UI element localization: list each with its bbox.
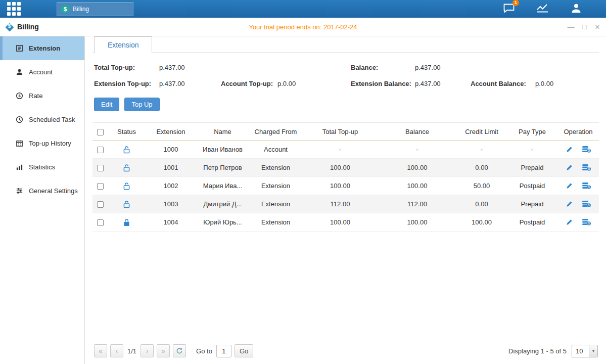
cell-name: Юрий Юрь... (196, 213, 249, 232)
billing-app-window: $ Billing 1 (0, 0, 606, 364)
sidebar-nav: Extension Account $ Rate Scheduled Task (0, 36, 85, 364)
trial-notice: Your trial period ends on: 2017-02-24 (0, 23, 606, 31)
sidebar-item-rate[interactable]: $ Rate (0, 84, 84, 108)
sidebar-item-account[interactable]: Account (0, 60, 84, 84)
cell-charged-from: Extension (249, 177, 302, 195)
cell-balance: 100.00 (378, 177, 456, 195)
notifications-button[interactable]: 1 (503, 3, 515, 15)
statistics-chart-button[interactable] (536, 3, 549, 15)
svg-text:$: $ (588, 167, 590, 170)
extension-balance-value: p.437.00 (415, 80, 471, 87)
window-app-name: Billing (17, 23, 39, 31)
top-up-icon[interactable]: $ (582, 218, 591, 226)
edit-icon[interactable] (566, 164, 573, 171)
last-page-button[interactable]: » (157, 344, 170, 357)
svg-text:$: $ (588, 185, 590, 189)
page-size-select[interactable]: 10 ▾ (572, 345, 598, 357)
maximize-icon[interactable]: □ (583, 23, 587, 30)
go-button[interactable]: Go (235, 344, 253, 357)
cell-credit-limit: 0.00 (456, 159, 507, 177)
col-charged-from: Charged From (249, 123, 302, 141)
sidebar-item-general-settings[interactable]: General Settings (0, 179, 84, 203)
table-row: 1000 Иван Иванов Account - - - - $ (92, 141, 599, 159)
sidebar-item-label: Account (29, 68, 53, 76)
cell-balance: 100.00 (378, 159, 456, 177)
select-all-checkbox[interactable] (97, 129, 104, 135)
line-chart-icon (536, 3, 549, 15)
top-up-icon[interactable]: $ (582, 146, 591, 153)
topbar-billing-tab-label: Billing (73, 6, 89, 13)
sidebar-item-topup-history[interactable]: Top-up History (0, 131, 84, 155)
sidebar-item-statistics[interactable]: Statistics (0, 155, 84, 179)
total-topup-label: Total Top-up: (94, 64, 159, 71)
clock-icon (15, 116, 23, 123)
refresh-icon (176, 347, 183, 354)
cell-extension: 1002 (146, 177, 196, 195)
user-account-button[interactable] (571, 3, 582, 15)
row-checkbox[interactable] (97, 165, 104, 171)
cell-name: Мария Ива... (196, 177, 249, 195)
prev-page-button[interactable]: ‹ (110, 344, 123, 357)
row-checkbox[interactable] (97, 183, 104, 190)
close-icon[interactable]: × (595, 23, 600, 31)
topbar-billing-tab[interactable]: $ Billing (57, 2, 133, 16)
next-page-button[interactable]: › (141, 344, 154, 357)
edit-icon[interactable] (566, 200, 573, 208)
row-checkbox[interactable] (97, 201, 104, 208)
cell-balance: 100.00 (378, 213, 456, 232)
svg-text:$: $ (588, 203, 590, 207)
cell-credit-limit: 0.00 (456, 195, 507, 213)
billing-logo-icon: $ (5, 23, 14, 31)
col-total-topup: Total Top-up (302, 123, 378, 141)
edit-icon[interactable] (566, 182, 573, 190)
svg-text:$: $ (588, 149, 590, 152)
pagination-bar: « ‹ 1/1 › » Go to Go Displaying 1 - 5 of… (92, 341, 599, 364)
notification-badge: 1 (512, 0, 519, 6)
billing-dollar-icon: $ (61, 5, 69, 13)
svg-text:$: $ (18, 94, 21, 98)
tab-extension[interactable]: Extension (94, 36, 152, 53)
cell-pay-type: Postpaid (507, 213, 557, 232)
sidebar-item-extension[interactable]: Extension (0, 36, 84, 60)
row-checkbox[interactable] (97, 219, 104, 226)
goto-page-input[interactable] (216, 345, 231, 357)
account-balance-label: Account Balance: (471, 80, 535, 87)
calendar-icon (15, 140, 23, 147)
extension-card-icon (15, 44, 23, 52)
page-size-value: 10 (572, 345, 589, 357)
unlocked-icon (123, 164, 130, 172)
account-topup-label: Account Top-up: (221, 80, 277, 87)
col-name: Name (196, 123, 249, 141)
edit-icon[interactable] (566, 218, 573, 226)
cell-pay-type: Prepaid (507, 195, 557, 213)
cell-name: Петр Петров (196, 159, 249, 177)
table-row: 1001 Петр Петров Extension 100.00 100.00… (92, 159, 599, 177)
top-up-icon[interactable]: $ (582, 164, 591, 171)
row-checkbox[interactable] (97, 147, 104, 153)
extension-topup-value: p.437.00 (159, 80, 221, 87)
top-up-icon[interactable]: $ (582, 182, 591, 190)
cell-pay-type: Prepaid (507, 159, 557, 177)
cell-pay-type: Postpaid (507, 177, 557, 195)
minimize-icon[interactable]: — (568, 23, 575, 30)
rate-coin-icon: $ (15, 92, 23, 100)
cell-charged-from: Extension (249, 213, 302, 232)
cell-name: Иван Иванов (196, 141, 249, 159)
first-page-button[interactable]: « (94, 344, 107, 357)
top-up-button[interactable]: Top Up (124, 98, 159, 111)
top-up-icon[interactable]: $ (582, 200, 591, 208)
cell-balance: 112.00 (378, 195, 456, 213)
sidebar-item-scheduled-task[interactable]: Scheduled Task (0, 108, 84, 131)
cell-total-topup: 100.00 (302, 213, 378, 232)
sidebar-item-label: Rate (29, 92, 42, 100)
cell-extension: 1000 (146, 141, 196, 159)
edit-icon[interactable] (566, 146, 573, 153)
app-logo-title: $ Billing (0, 23, 39, 31)
cell-extension: 1001 (146, 159, 196, 177)
cell-credit-limit: 100.00 (456, 213, 507, 232)
edit-button[interactable]: Edit (94, 98, 119, 111)
table-row: 1004 Юрий Юрь... Extension 100.00 100.00… (92, 213, 599, 232)
sidebar-item-label: Extension (29, 44, 60, 52)
app-launcher-button[interactable] (0, 0, 27, 18)
refresh-button[interactable] (173, 344, 186, 357)
